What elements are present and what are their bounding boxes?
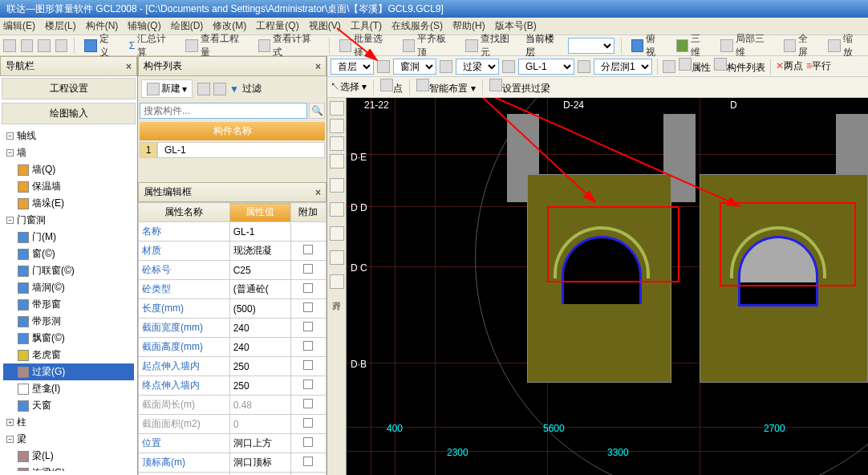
property-row[interactable]: 材质现浇混凝	[139, 242, 327, 261]
collapse-icon[interactable]: −	[6, 436, 14, 443]
collapse-icon[interactable]: −	[6, 149, 14, 156]
prop-check[interactable]	[290, 299, 326, 319]
property-row[interactable]: 截面高度(mm)240	[139, 338, 327, 357]
property-row[interactable]: 顶标高(m)洞口顶标	[139, 453, 327, 473]
prop-check[interactable]	[290, 222, 326, 242]
prop-check[interactable]	[290, 473, 326, 476]
two-point-button[interactable]: ✕两点	[776, 59, 803, 73]
prop-value[interactable]: (500)	[229, 299, 290, 319]
smart-layout-button[interactable]: 智能布置 ▾	[416, 79, 475, 95]
prop-check[interactable]	[290, 357, 326, 376]
search-button[interactable]: 🔍	[309, 103, 325, 119]
filter-label[interactable]: 过滤	[242, 82, 262, 95]
prop-value[interactable]: 洞口上方	[229, 434, 290, 453]
tree-door[interactable]: 门(M)	[3, 229, 134, 246]
vtool-btn[interactable]	[330, 250, 344, 265]
icon[interactable]	[377, 60, 390, 73]
tree-strip-window[interactable]: 带形窗	[3, 296, 134, 313]
tree-niche[interactable]: 壁龛(I)	[3, 380, 134, 397]
save-icon[interactable]	[21, 39, 34, 52]
checkbox-icon[interactable]	[303, 399, 313, 408]
vtool-btn[interactable]	[330, 101, 344, 116]
prop-check[interactable]	[290, 261, 326, 280]
checkbox-icon[interactable]	[303, 437, 313, 447]
prop-check[interactable]	[290, 415, 326, 434]
prop-value[interactable]: 现浇混凝	[229, 242, 290, 261]
tree-axis[interactable]: −轴线	[3, 128, 134, 144]
prop-check[interactable]	[290, 319, 326, 338]
tree-bay-window[interactable]: 飘窗(©)	[3, 330, 134, 347]
delete-icon[interactable]	[213, 83, 226, 95]
prop-value[interactable]: 250	[229, 376, 290, 396]
tree-column[interactable]: +柱	[3, 414, 134, 431]
checkbox-icon[interactable]	[303, 283, 313, 293]
prop-check[interactable]	[290, 396, 326, 415]
complist-row[interactable]: 1 GL-1	[140, 142, 325, 158]
tree-door-window-combo[interactable]: 门联窗(©)	[3, 262, 134, 279]
layer-dropdown[interactable]: 分层洞1	[594, 59, 652, 75]
prop-value[interactable]: 洞口顶标	[229, 453, 290, 473]
checkbox-icon[interactable]	[303, 360, 313, 370]
vtool-btn[interactable]	[330, 119, 344, 133]
floor-select[interactable]	[568, 38, 614, 54]
collapse-icon[interactable]: −	[6, 217, 14, 224]
property-row[interactable]: 位置洞口上方	[139, 434, 327, 453]
checkbox-icon[interactable]	[303, 264, 313, 274]
prop-check[interactable]	[290, 453, 326, 473]
property-row[interactable]: 截面周长(m)0.48	[139, 396, 327, 415]
undo-icon[interactable]	[38, 39, 51, 52]
property-row[interactable]: 名称GL-1	[139, 222, 327, 242]
icon[interactable]	[502, 60, 515, 73]
property-row[interactable]: 砼标号C25	[139, 261, 327, 280]
prop-value[interactable]: 240	[229, 319, 290, 338]
prop-check[interactable]	[290, 376, 326, 396]
tree-wall-hole[interactable]: 墙洞(©)	[3, 279, 134, 296]
prop-check[interactable]	[290, 338, 326, 357]
prop-value[interactable]: GL-1	[229, 222, 290, 242]
checkbox-icon[interactable]	[303, 341, 313, 351]
attr-button[interactable]: 属性	[679, 58, 711, 75]
tree-wall[interactable]: −墙	[3, 144, 134, 161]
expand-icon[interactable]: +	[6, 419, 14, 426]
tree-dormer[interactable]: 老虎窗	[3, 347, 134, 363]
property-row[interactable]: 终点伸入墙内250	[139, 376, 327, 396]
checkbox-icon[interactable]	[303, 322, 313, 331]
prop-value[interactable]: 0	[229, 415, 290, 434]
prop-check[interactable]	[290, 434, 326, 453]
tree-strip-hole[interactable]: 带形洞	[3, 313, 134, 330]
checkbox-icon[interactable]	[303, 245, 313, 254]
prop-value[interactable]: (普通砼(	[229, 280, 290, 299]
filter-icon[interactable]: ▼	[229, 83, 239, 95]
property-row[interactable]: 截面面积(m2)0	[139, 415, 327, 434]
icon[interactable]	[440, 60, 452, 73]
point-button[interactable]: 点	[380, 79, 403, 95]
component-dropdown[interactable]: GL-1	[518, 59, 574, 75]
tree-coupling-beam[interactable]: 连梁(G)	[3, 465, 134, 471]
tree-wall-q[interactable]: 墙(Q)	[3, 161, 134, 178]
property-row[interactable]: 砼类型(普通砼(	[139, 280, 327, 299]
checkbox-icon[interactable]	[303, 302, 313, 312]
project-settings[interactable]: 工程设置	[2, 78, 136, 99]
type-dropdown[interactable]: 过梁	[456, 59, 499, 75]
checkbox-icon[interactable]	[303, 380, 313, 389]
property-row[interactable]: 起点伸入墙内250	[139, 357, 327, 376]
close-icon[interactable]: ×	[315, 61, 321, 72]
new-button[interactable]: 新建 ▾	[141, 79, 193, 98]
floor-dropdown[interactable]: 首层	[331, 59, 374, 75]
checkbox-icon[interactable]	[303, 418, 313, 428]
open-icon[interactable]	[3, 39, 16, 52]
tree-beam-l[interactable]: 梁(L)	[3, 448, 134, 465]
canvas-3d[interactable]: D·E D D D C D·B 21-22 D-24 D	[347, 98, 868, 475]
close-icon[interactable]: ×	[315, 187, 321, 198]
prop-value[interactable]: 0.48	[229, 396, 290, 415]
icon[interactable]	[663, 60, 675, 73]
tree-window[interactable]: 窗(©)	[3, 246, 134, 262]
tree-insulation-wall[interactable]: 保温墙	[3, 178, 134, 195]
menu-floor[interactable]: 楼层(L)	[45, 19, 76, 33]
vtool-btn[interactable]	[330, 226, 344, 241]
select-button[interactable]: ↖选择 ▾	[331, 80, 367, 94]
menu-edit[interactable]: 编辑(E)	[3, 19, 35, 33]
icon[interactable]	[578, 60, 590, 73]
complist-button[interactable]: 构件列表	[714, 58, 765, 75]
vtool-btn[interactable]	[330, 274, 344, 289]
